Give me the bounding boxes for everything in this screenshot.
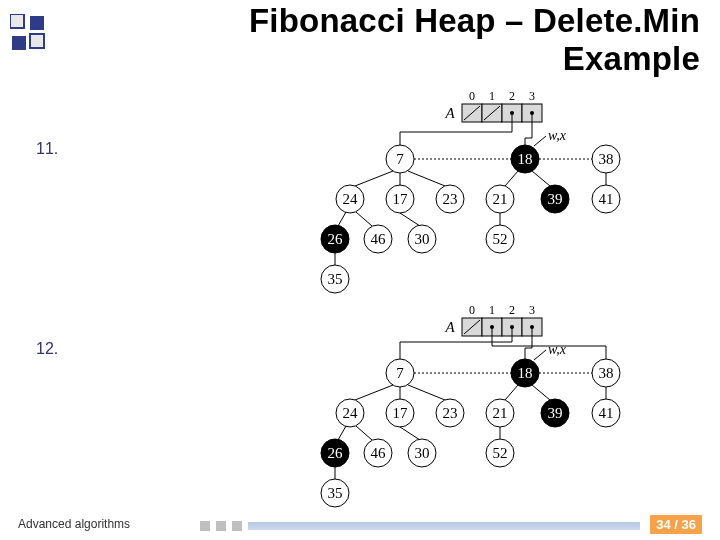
footer: Advanced algorithms 34 / 36 (0, 508, 720, 540)
arr-idx-0-12: 0 (469, 303, 475, 317)
svg-rect-0 (10, 14, 24, 28)
annot-wx-12: w,x (548, 342, 567, 357)
svg-text:39: 39 (548, 191, 563, 207)
svg-line-75 (408, 385, 445, 400)
arr-idx-3: 3 (529, 89, 535, 103)
footer-bar (248, 522, 640, 530)
footer-dots-icon (200, 521, 242, 531)
svg-rect-3 (12, 36, 26, 50)
svg-line-83 (356, 426, 372, 440)
svg-text:26: 26 (328, 231, 344, 247)
svg-text:46: 46 (371, 445, 387, 461)
svg-text:52: 52 (493, 231, 508, 247)
arr-idx-2-12: 2 (509, 303, 515, 317)
svg-text:52: 52 (493, 445, 508, 461)
svg-line-25 (408, 171, 445, 186)
step-label-12: 12. (36, 340, 58, 358)
svg-line-82 (338, 426, 346, 440)
page-number: 34 / 36 (650, 515, 702, 534)
diagram-11: A 0 1 2 3 w,x 7 18 38 24 17 23 26 46 (300, 84, 660, 294)
svg-line-44 (505, 171, 518, 186)
arr-idx-0: 0 (469, 89, 475, 103)
diagram-12: A 0 1 2 3 w,x 7 18 38 24 17 23 26 46 30 … (300, 298, 660, 508)
svg-text:18: 18 (518, 151, 533, 167)
svg-line-88 (400, 427, 420, 440)
svg-rect-4 (30, 34, 44, 48)
svg-rect-2 (30, 16, 44, 30)
svg-line-23 (355, 171, 393, 186)
logo-icon (10, 14, 48, 52)
array-label-12: A (444, 319, 455, 335)
arr-idx-2: 2 (509, 89, 515, 103)
svg-text:23: 23 (443, 405, 458, 421)
svg-line-64 (534, 350, 546, 360)
array-label: A (444, 105, 455, 121)
svg-text:39: 39 (548, 405, 563, 421)
svg-text:41: 41 (599, 405, 614, 421)
svg-text:17: 17 (393, 191, 409, 207)
arr-idx-3-12: 3 (529, 303, 535, 317)
annot-wx-11: w,x (548, 128, 567, 143)
svg-text:46: 46 (371, 231, 387, 247)
svg-line-33 (356, 212, 372, 226)
svg-text:21: 21 (493, 405, 508, 421)
svg-text:24: 24 (343, 405, 359, 421)
svg-line-95 (532, 385, 550, 400)
svg-text:38: 38 (599, 151, 614, 167)
svg-line-45 (532, 171, 550, 186)
svg-text:30: 30 (415, 445, 430, 461)
svg-line-94 (505, 385, 518, 400)
svg-line-73 (355, 385, 393, 400)
svg-text:26: 26 (328, 445, 344, 461)
svg-text:30: 30 (415, 231, 430, 247)
svg-line-38 (400, 213, 420, 226)
svg-text:17: 17 (393, 405, 409, 421)
footer-label: Advanced algorithms (18, 517, 130, 531)
step-label-11: 11. (36, 140, 58, 158)
arr-idx-1-12: 1 (489, 303, 495, 317)
svg-line-14 (534, 136, 546, 146)
svg-text:7: 7 (396, 151, 404, 167)
page-title: Fibonacci Heap – Delete.Min Example (120, 2, 700, 78)
svg-text:18: 18 (518, 365, 533, 381)
svg-text:21: 21 (493, 191, 508, 207)
svg-text:35: 35 (328, 485, 343, 501)
arr-idx-1: 1 (489, 89, 495, 103)
svg-text:24: 24 (343, 191, 359, 207)
svg-text:35: 35 (328, 271, 343, 287)
svg-text:23: 23 (443, 191, 458, 207)
svg-text:38: 38 (599, 365, 614, 381)
svg-text:41: 41 (599, 191, 614, 207)
svg-line-32 (338, 212, 346, 226)
svg-text:7: 7 (396, 365, 404, 381)
